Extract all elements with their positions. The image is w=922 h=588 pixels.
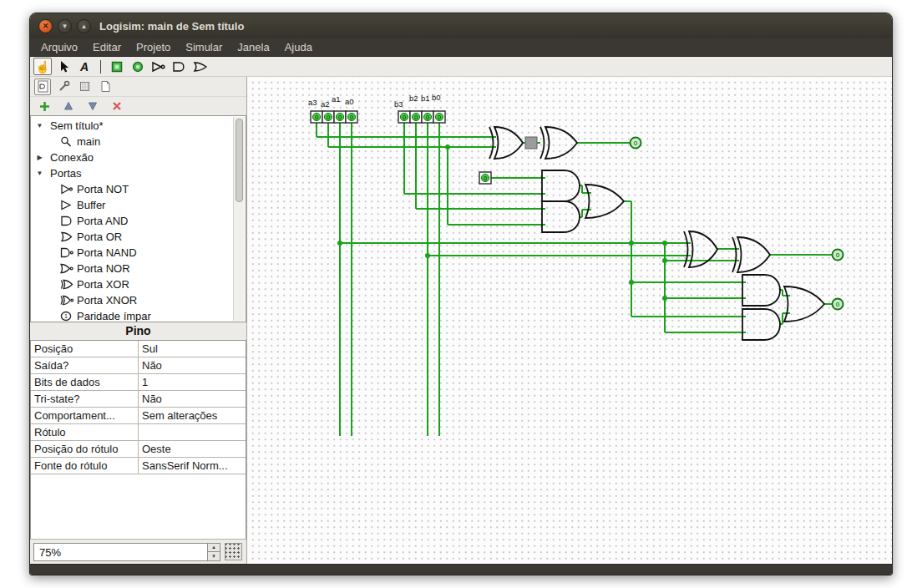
tree-item-porta-nor[interactable]: Porta NOR [31, 261, 233, 276]
attribute-panel-title: Pino [30, 322, 246, 340]
xor-gate[interactable] [737, 237, 770, 272]
output-pin-tool-button[interactable] [129, 58, 147, 75]
grid-toggle-button[interactable] [225, 543, 242, 560]
toolbox-view-icon [37, 80, 49, 93]
tree-item-sem-titulo[interactable]: ▼Sem título* [31, 118, 233, 134]
sidebar: ▼Sem título*main▶Conexão▼PortasPorta NOT… [30, 77, 247, 564]
and-gate[interactable] [542, 201, 580, 232]
or-gate[interactable] [784, 286, 824, 322]
maximize-button[interactable]: ▴ [77, 19, 91, 33]
input-pin[interactable]: 0 [479, 172, 491, 184]
attr-row-tri-state: Tri-state?Não [31, 391, 246, 408]
tree-item-label: Porta OR [77, 231, 122, 243]
output-pin[interactable]: 0 [833, 250, 843, 261]
document-view-button[interactable] [97, 79, 114, 95]
minimize-button[interactable]: ▾ [58, 19, 72, 33]
and-gate[interactable] [742, 275, 780, 306]
edit-tool-button[interactable] [54, 58, 73, 75]
tool-options-button[interactable] [55, 79, 72, 95]
simulation-view-button[interactable] [76, 79, 93, 95]
xor-icon [60, 279, 74, 290]
collapse-expander-icon[interactable]: ▼ [34, 170, 45, 177]
input-pin[interactable]: 0b2 [409, 94, 422, 123]
collapse-expander-icon[interactable]: ▼ [34, 122, 45, 129]
text-tool-button[interactable]: A [75, 58, 94, 75]
explorer-toolbar [30, 77, 246, 97]
not-gate-tool-button[interactable] [149, 58, 168, 75]
circuit-canvas[interactable]: 0a30a20a10a00b30b20b10b00000 [247, 77, 892, 564]
zoom-increment-button[interactable]: ▲ [208, 544, 220, 553]
tree-scrollbar[interactable] [233, 117, 245, 321]
or-gate-tool-button[interactable] [191, 58, 210, 75]
attr-label: Posição [31, 341, 139, 357]
tree-scrollbar-thumb[interactable] [236, 119, 243, 202]
xor-gate[interactable] [689, 231, 717, 267]
input-pin[interactable]: 0b0 [432, 93, 445, 123]
poke-tool-button[interactable]: ☝ [33, 58, 52, 75]
svg-text:0: 0 [836, 251, 840, 259]
xor-back-arc [684, 231, 688, 267]
pin-label: a2 [321, 99, 330, 109]
and-gate-tool-button[interactable] [170, 58, 189, 75]
attr-value[interactable]: 1 [139, 374, 246, 391]
expand-expander-icon[interactable]: ▶ [34, 154, 45, 161]
move-down-button[interactable] [84, 98, 101, 114]
tree-item-label: Porta XOR [77, 278, 129, 291]
attr-value[interactable]: SansSerif Norm... [139, 458, 246, 474]
and-gate[interactable] [742, 309, 780, 340]
output-pin[interactable]: 0 [631, 138, 641, 149]
xor-gate[interactable] [494, 127, 523, 159]
or-gate[interactable] [585, 185, 624, 218]
attribute-table: PosiçãoSulSaída?NãoBits de dados1Tri-sta… [30, 340, 246, 539]
attr-value[interactable]: Sem alterações [139, 408, 246, 424]
tree-item-main[interactable]: main [31, 134, 233, 150]
arrow-up-icon [63, 101, 73, 111]
tree-item-porta-xnor[interactable]: Porta XNOR [31, 292, 233, 308]
tree-item-portas[interactable]: ▼Portas [31, 165, 233, 181]
tree-item-paridade-impar[interactable]: 1Paridade ímpar [31, 308, 233, 322]
tree-item-label: Porta NOR [77, 262, 130, 275]
zoom-spinner[interactable]: 75% ▲ ▼ [33, 543, 220, 561]
xor-gate[interactable] [545, 127, 577, 159]
menu-janela[interactable]: Janela [230, 39, 276, 55]
attr-value[interactable]: Sul [139, 341, 246, 357]
wrench-icon [58, 80, 70, 93]
remove-circuit-button[interactable] [109, 98, 125, 114]
app-window: ✕ ▾ ▴ Logisim: main de Sem título Arquiv… [29, 13, 893, 575]
close-button[interactable]: ✕ [38, 19, 53, 33]
output-pin[interactable]: 0 [833, 299, 843, 310]
tree-item-buffer[interactable]: Buffer [31, 197, 233, 213]
toolbox-view-button[interactable] [34, 79, 51, 95]
add-circuit-button[interactable] [36, 98, 53, 114]
menu-arquivo[interactable]: Arquivo [33, 39, 85, 55]
attr-value[interactable]: Não [139, 357, 246, 374]
selected-component[interactable] [525, 137, 537, 149]
tree-item-porta-xor[interactable]: Porta XOR [31, 276, 233, 292]
tree-item-conexao[interactable]: ▶Conexão [31, 150, 233, 165]
input-pin[interactable]: 0a0 [345, 97, 357, 123]
move-up-button[interactable] [60, 98, 77, 114]
tree-item-porta-or[interactable]: Porta OR [31, 229, 233, 245]
input-pin[interactable]: 0a1 [332, 94, 346, 123]
cursor-arrow-icon [58, 60, 70, 74]
attr-value[interactable]: Não [139, 391, 246, 408]
menu-ajuda[interactable]: Ajuda [277, 39, 320, 55]
tree-item-porta-not[interactable]: Porta NOT [31, 181, 233, 197]
pin-label: a3 [308, 98, 317, 107]
tree-item-porta-nand[interactable]: Porta NAND [31, 245, 233, 261]
and-gate[interactable] [542, 170, 580, 201]
window-footer [30, 564, 892, 575]
attr-row-posicao-do-rotulo: Posição do rótuloOeste [31, 441, 246, 458]
input-pin-tool-button[interactable] [108, 58, 126, 75]
zoom-decrement-button[interactable]: ▼ [208, 552, 220, 560]
svg-text:0: 0 [634, 139, 638, 147]
attr-value[interactable]: Oeste [139, 441, 246, 458]
input-pin[interactable]: 0b3 [394, 99, 410, 123]
menu-projeto[interactable]: Projeto [129, 39, 178, 55]
attr-value[interactable] [139, 424, 246, 441]
tree-item-porta-and[interactable]: Porta AND [31, 213, 233, 229]
menu-editar[interactable]: Editar [85, 39, 129, 55]
wire-junction [662, 241, 667, 246]
nor-icon [60, 263, 74, 274]
menu-simular[interactable]: Simular [178, 39, 230, 55]
